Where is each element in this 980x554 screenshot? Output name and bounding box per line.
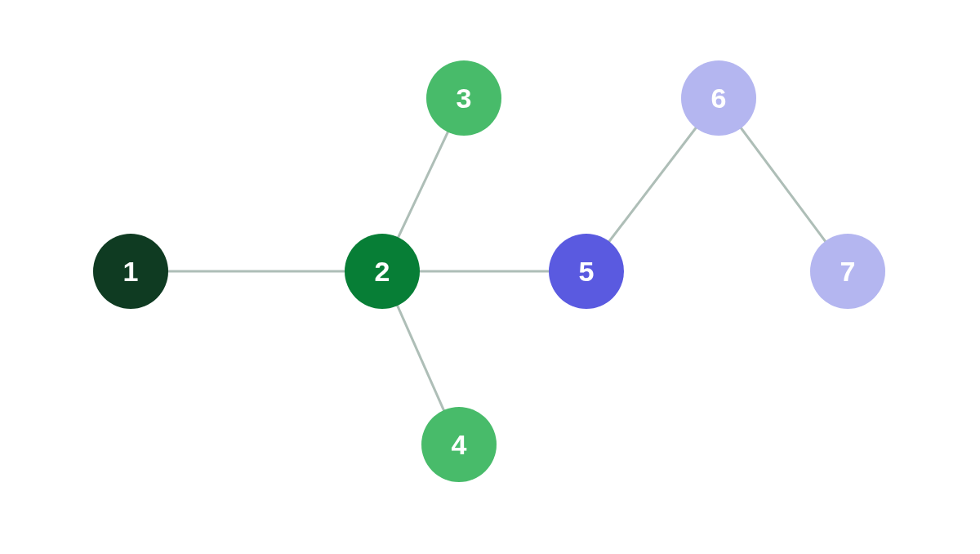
node-6: 6	[681, 60, 756, 136]
node-label: 6	[711, 83, 727, 114]
node-5: 5	[549, 234, 624, 309]
node-7: 7	[810, 234, 885, 309]
node-label: 3	[457, 83, 472, 114]
node-label: 2	[375, 256, 390, 288]
node-label: 7	[840, 256, 856, 288]
node-2: 2	[345, 234, 420, 309]
node-4: 4	[421, 407, 497, 482]
node-3: 3	[426, 60, 501, 136]
node-label: 1	[123, 256, 139, 288]
node-label: 4	[452, 429, 467, 461]
node-1: 1	[93, 234, 168, 309]
node-label: 5	[579, 256, 595, 288]
